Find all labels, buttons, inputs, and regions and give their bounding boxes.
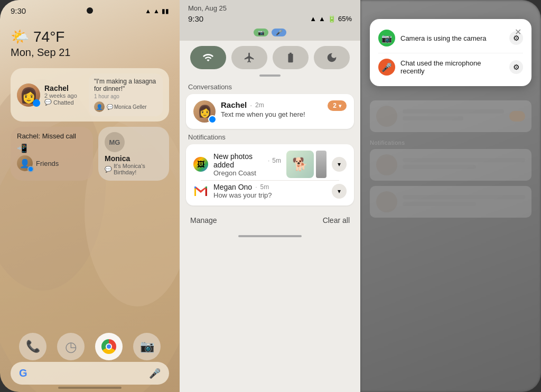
home-time: 9:30 — [11, 6, 26, 15]
wifi-toggle-icon — [202, 52, 214, 63]
monica-mini-avatar: 👤 — [94, 101, 105, 112]
conv-message: Text me when you get here! — [221, 110, 322, 118]
blur-section-label: Notifications — [370, 137, 531, 149]
monica-quote-text: "I'm making a lasagna for dinner!" — [94, 78, 157, 92]
photos-thumbnail-group: 🐕 — [286, 151, 327, 178]
mic-gear-button[interactable]: ⚙ — [509, 60, 523, 74]
wifi-toggle[interactable] — [190, 46, 226, 69]
megan-notification-row[interactable]: Megan Ono · 5m How was your trip? ▾ — [193, 183, 347, 199]
google-g-logo: G — [19, 367, 27, 379]
conv-badge[interactable]: 2 ▾ — [328, 100, 347, 111]
camera-indicator-pill: 📷 — [254, 29, 268, 36]
chrome-inner — [106, 343, 112, 350]
conv-time: 2m — [255, 101, 264, 109]
gmail-svg — [194, 186, 207, 196]
home-screen: 9:30 ▲ ▲ ▮▮ 🌤️ 74°F Mon, Sep 21 Rachel 2 — [0, 0, 180, 392]
friends-label: Friends — [36, 160, 59, 167]
notif-battery-icon: 🔋 — [328, 15, 336, 23]
monica-birthday-widget[interactable]: MG Monica 💬 It's Monica's Birthday! — [98, 127, 169, 181]
blur-line-2b — [403, 165, 476, 169]
megan-info: Megan Ono · 5m How was your trip? — [213, 183, 327, 199]
home-status-bar: 9:30 ▲ ▲ ▮▮ — [0, 0, 180, 15]
privacy-close-button[interactable]: ✕ — [511, 25, 524, 38]
notif-date: Mon, Aug 25 — [188, 4, 352, 14]
rachel-chat-widget[interactable]: Rachel 2 weeks ago 💬 Chatted "I'm making… — [11, 68, 169, 122]
dock-clock-button[interactable]: ◷ — [57, 333, 85, 360]
rachel-time: 2 weeks ago — [44, 92, 85, 99]
monica-quote-person: 👤 💬 Monica Geller — [94, 101, 157, 112]
signal-icon: ▲ — [145, 7, 151, 15]
photo-thumbnail: 🐕 — [286, 151, 314, 178]
chrome-icon — [101, 339, 116, 354]
photos-notification-info: New photos added · 5m Oregon Coast — [213, 152, 281, 177]
dock-camera-button[interactable]: 📷 — [133, 333, 161, 360]
megan-message: How was your trip? — [213, 191, 327, 199]
messenger-icon: 💬 — [44, 99, 52, 106]
blur-row-3 — [370, 186, 531, 218]
conv-badge-count: 2 — [333, 102, 337, 109]
notifications-card: 🖼 New photos added · 5m Oregon Coast 🐕 ▾ — [186, 144, 354, 206]
wifi-signal-icon: ▲ — [153, 7, 160, 15]
mic-pill-icon: 🎤 — [276, 30, 282, 35]
privacy-card: ✕ 📷 Camera is using the camera ⚙ 🎤 Chat … — [370, 19, 531, 86]
rachel-status: 💬 Chatted — [44, 99, 85, 106]
photos-dot: · — [268, 157, 269, 164]
rachel-conversation-card[interactable]: 👩 Rachel · 2m Text me when you get here!… — [186, 94, 354, 129]
conversations-label: Conversations — [180, 83, 360, 94]
notif-time: 9:30 — [188, 14, 203, 23]
friends-row: Friends — [17, 155, 87, 171]
notif-battery-pct: 65% — [338, 15, 352, 23]
manage-button[interactable]: Manage — [190, 216, 217, 225]
notif-top-bar: Mon, Aug 25 9:30 ▲ ▲ 🔋 65% 📷 🎤 — [180, 0, 360, 41]
dock-chrome-button[interactable] — [95, 333, 123, 360]
messenger-small-icon: 💬 — [105, 166, 112, 173]
mic-gear-icon: ⚙ — [513, 63, 520, 71]
clear-all-button[interactable]: Clear all — [323, 216, 350, 225]
blur-line-2a — [403, 158, 525, 162]
two-col-widgets: Rachel: Missed call 📲 Friends MG Monica — [11, 127, 169, 181]
megan-time: 5m — [260, 183, 269, 191]
notif-wifi-icon: ▲ — [310, 15, 316, 23]
battery-toggle-icon — [285, 52, 296, 63]
blur-line-3a — [403, 195, 525, 199]
privacy-panel: ✕ 📷 Camera is using the camera ⚙ 🎤 Chat … — [360, 0, 541, 392]
weather-icon: 🌤️ — [11, 28, 29, 45]
rachel-info: Rachel 2 weeks ago 💬 Chatted — [44, 84, 85, 106]
notifications-panel: Mon, Aug 25 9:30 ▲ ▲ 🔋 65% 📷 🎤 — [180, 0, 360, 392]
blurred-background-content: Notifications — [370, 100, 531, 223]
home-dock: 📞 ◷ 📷 — [0, 333, 180, 360]
monica-quote-widget: "I'm making a lasagna for dinner!" 1 hou… — [89, 73, 163, 116]
mic-privacy-item: 🎤 Chat used the microphone recently ⚙ — [378, 53, 523, 79]
blur-line-1a — [403, 109, 504, 114]
airplane-toggle[interactable] — [231, 46, 267, 69]
battery-saver-toggle[interactable] — [273, 46, 309, 69]
widgets-area: Rachel 2 weeks ago 💬 Chatted "I'm making… — [0, 63, 180, 191]
mic-search-icon[interactable]: 🎤 — [149, 368, 161, 379]
notifications-label: Notifications — [180, 133, 360, 144]
megan-name: Megan Ono — [213, 183, 252, 191]
notif-divider — [201, 180, 339, 181]
airplane-toggle-icon — [244, 52, 255, 63]
weather-temp: 74°F — [33, 29, 64, 45]
camera-privacy-text: Camera is using the camera — [400, 34, 504, 42]
home-weather: 🌤️ 74°F Mon, Sep 21 — [0, 15, 180, 63]
gmail-icon — [193, 184, 208, 199]
photos-notification-row[interactable]: 🖼 New photos added · 5m Oregon Coast 🐕 ▾ — [193, 151, 347, 178]
notif-bottom-actions: Manage Clear all — [180, 210, 360, 225]
dnd-toggle[interactable] — [314, 46, 350, 69]
photos-subtitle: Oregon Coast — [213, 169, 281, 177]
camera-pill-icon: 📷 — [258, 30, 264, 35]
drag-handle — [259, 74, 281, 77]
messenger-badge-icon — [33, 99, 40, 107]
camera-dot — [87, 7, 93, 14]
camera-privacy-icon: 📷 — [378, 30, 395, 46]
google-photos-icon: 🖼 — [193, 157, 208, 172]
conversation-row: 👩 Rachel · 2m Text me when you get here!… — [193, 100, 347, 123]
friends-messenger-badge — [27, 166, 34, 172]
dock-phone-button[interactable]: 📞 — [19, 333, 46, 360]
photos-expand-button[interactable]: ▾ — [332, 157, 347, 172]
home-search-bar[interactable]: G 🎤 — [11, 362, 169, 385]
missed-call-widget[interactable]: Rachel: Missed call 📲 Friends — [11, 127, 93, 181]
notif-top-indicators: 📷 🎤 — [188, 26, 352, 41]
megan-expand-button[interactable]: ▾ — [332, 184, 347, 199]
